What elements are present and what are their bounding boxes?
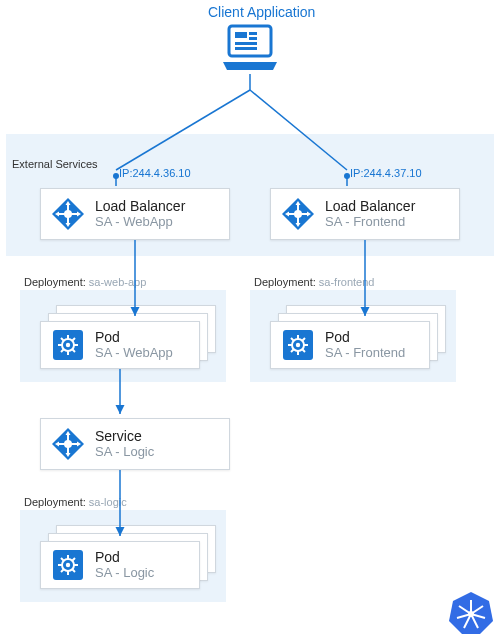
svg-rect-1 — [235, 32, 247, 38]
ip-label-webapp: IP:244.4.36.10 — [119, 167, 191, 179]
load-balancer-frontend-card: Load Balancer SA - Frontend — [270, 188, 460, 240]
card-title: Load Balancer — [325, 198, 415, 214]
card-subtitle: SA - WebApp — [95, 215, 185, 230]
card-title: Pod — [325, 329, 405, 345]
card-title: Pod — [95, 329, 173, 345]
page-title: Client Application — [208, 4, 315, 20]
pod-logic-card: Pod SA - Logic — [40, 541, 200, 589]
card-subtitle: SA - Frontend — [325, 215, 415, 230]
svg-rect-5 — [235, 47, 257, 50]
client-laptop-icon — [219, 24, 281, 78]
deployment-frontend-label: Deployment: sa-frontend — [254, 276, 374, 288]
svg-point-20 — [66, 343, 70, 347]
load-balancer-icon — [51, 427, 85, 461]
connector-dot — [344, 173, 350, 179]
svg-rect-2 — [249, 32, 257, 35]
gear-icon — [51, 548, 85, 582]
card-subtitle: SA - Logic — [95, 566, 154, 581]
pod-webapp-card: Pod SA - WebApp — [40, 321, 200, 369]
card-title: Pod — [95, 549, 154, 565]
svg-rect-3 — [249, 37, 257, 40]
deployment-webapp-label: Deployment: sa-web-app — [24, 276, 146, 288]
svg-rect-0 — [229, 26, 271, 56]
svg-point-48 — [66, 563, 70, 567]
card-subtitle: SA - WebApp — [95, 346, 173, 361]
load-balancer-icon — [281, 197, 315, 231]
connector-dot — [113, 173, 119, 179]
card-title: Service — [95, 428, 154, 444]
gear-icon — [51, 328, 85, 362]
gear-icon — [281, 328, 315, 362]
external-services-label: External Services — [12, 158, 98, 170]
deployment-logic-label: Deployment: sa-logic — [24, 496, 127, 508]
load-balancer-icon — [51, 197, 85, 231]
service-logic-card: Service SA - Logic — [40, 418, 230, 470]
card-subtitle: SA - Logic — [95, 445, 154, 460]
svg-point-31 — [296, 343, 300, 347]
pod-frontend-card: Pod SA - Frontend — [270, 321, 430, 369]
kubernetes-icon — [448, 590, 494, 636]
card-subtitle: SA - Frontend — [325, 346, 405, 361]
svg-rect-4 — [235, 42, 257, 45]
ip-label-frontend: IP:244.4.37.10 — [350, 167, 422, 179]
card-title: Load Balancer — [95, 198, 185, 214]
load-balancer-webapp-card: Load Balancer SA - WebApp — [40, 188, 230, 240]
